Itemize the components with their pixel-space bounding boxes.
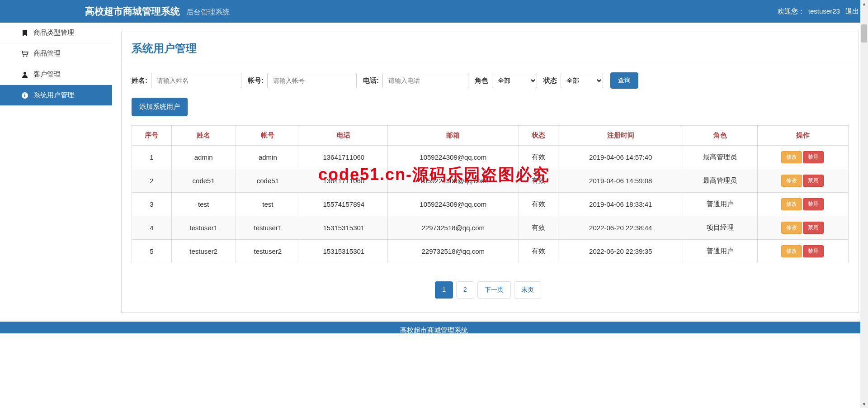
- disable-button[interactable]: 禁用: [803, 222, 824, 234]
- table-cell-account: test: [236, 193, 300, 216]
- sidebar-item-label: 系统用户管理: [33, 91, 74, 100]
- svg-point-0: [23, 55, 24, 57]
- phone-input[interactable]: [382, 73, 468, 88]
- table-cell-phone: 13641711060: [300, 146, 387, 169]
- table-cell-idx: 3: [132, 193, 172, 216]
- scroll-thumb[interactable]: [861, 24, 867, 43]
- page-next[interactable]: 下一页: [477, 281, 511, 299]
- add-user-button[interactable]: 添加系统用户: [132, 98, 188, 116]
- brand-main: 高校超市商城管理系统: [85, 5, 180, 18]
- table-header: 姓名: [171, 126, 236, 146]
- edit-button[interactable]: 修改: [781, 222, 802, 234]
- phone-label: 电话:: [363, 76, 379, 85]
- sidebar-item-label: 商品管理: [33, 49, 61, 58]
- scroll-up-icon[interactable]: ▲: [860, 0, 868, 8]
- table-row: 2code51code51136417110601059224309@qq.co…: [132, 169, 849, 193]
- table-cell-email: 1059224309@qq.com: [387, 169, 519, 193]
- sidebar-item-product[interactable]: 商品管理: [0, 43, 112, 64]
- edit-button[interactable]: 修改: [781, 151, 802, 163]
- table-cell-role: 项目经理: [683, 216, 757, 240]
- account-input[interactable]: [267, 73, 357, 88]
- sidebar-item-label: 客户管理: [33, 70, 61, 79]
- disable-button[interactable]: 禁用: [803, 175, 824, 187]
- logout-link[interactable]: 退出: [845, 7, 859, 15]
- pagination: 1 2 下一页 末页: [122, 281, 859, 299]
- sidebar-item-system-user[interactable]: 系统用户管理: [0, 85, 112, 106]
- table-cell-name: testuser2: [171, 240, 236, 263]
- table-cell-status: 有效: [519, 240, 558, 263]
- table-cell-regtime: 2019-04-06 14:57:40: [558, 146, 683, 169]
- table-cell-idx: 4: [132, 216, 172, 240]
- table-cell-name: test: [171, 193, 236, 216]
- current-username: testuser23: [808, 7, 840, 15]
- svg-rect-4: [24, 95, 25, 97]
- table-cell-account: code51: [236, 169, 300, 193]
- table-cell-idx: 2: [132, 169, 172, 193]
- edit-button[interactable]: 修改: [781, 245, 802, 257]
- table-header: 帐号: [236, 126, 300, 146]
- table-cell-account: admin: [236, 146, 300, 169]
- table-header: 注册时间: [558, 126, 683, 146]
- table-header: 序号: [132, 126, 172, 146]
- info-icon: [21, 92, 29, 99]
- sidebar-item-customer[interactable]: 客户管理: [0, 64, 112, 85]
- svg-rect-5: [24, 94, 25, 95]
- edit-button[interactable]: 修改: [781, 198, 802, 210]
- table-cell-email: 229732518@qq.com: [387, 216, 519, 240]
- account-label: 帐号:: [248, 76, 264, 85]
- role-select[interactable]: 全部: [492, 73, 537, 88]
- footer-text: 高校超市商城管理系统: [400, 326, 468, 333]
- sidebar-item-label: 商品类型管理: [33, 28, 74, 37]
- edit-button[interactable]: 修改: [781, 175, 802, 187]
- query-button[interactable]: 查询: [610, 72, 638, 89]
- welcome-label: 欢迎您：: [778, 7, 805, 15]
- disable-button[interactable]: 禁用: [803, 198, 824, 210]
- table-cell-account: testuser1: [236, 216, 300, 240]
- bookmark-icon: [21, 30, 29, 36]
- table-cell-regtime: 2019-04-06 18:33:41: [558, 193, 683, 216]
- page-2[interactable]: 2: [456, 281, 474, 299]
- sidebar-item-product-type[interactable]: 商品类型管理: [0, 23, 112, 43]
- table-row: 4testuser1testuser115315315301229732518@…: [132, 216, 849, 240]
- table-cell-phone: 15315315301: [300, 216, 387, 240]
- table-cell-role: 普通用户: [683, 240, 757, 263]
- table-cell-status: 有效: [519, 146, 558, 169]
- status-select[interactable]: 全部: [561, 73, 603, 88]
- table-row: 1adminadmin136417110601059224309@qq.com有…: [132, 146, 849, 169]
- table-cell-ops: 修改禁用: [757, 240, 848, 263]
- disable-button[interactable]: 禁用: [803, 245, 824, 257]
- name-label: 姓名:: [132, 76, 147, 85]
- table-cell-email: 1059224309@qq.com: [387, 193, 519, 216]
- svg-point-2: [24, 72, 26, 75]
- disable-button[interactable]: 禁用: [803, 151, 824, 163]
- table-cell-role: 普通用户: [683, 193, 757, 216]
- cart-icon: [21, 51, 29, 57]
- table-row: 3testtest155741578941059224309@qq.com有效2…: [132, 193, 849, 216]
- scrollbar[interactable]: ▲ ▼: [860, 0, 868, 333]
- table-cell-idx: 5: [132, 240, 172, 263]
- table-cell-regtime: 2022-06-20 22:38:44: [558, 216, 683, 240]
- table-cell-phone: 13641711060: [300, 169, 387, 193]
- table-cell-idx: 1: [132, 146, 172, 169]
- table-cell-status: 有效: [519, 193, 558, 216]
- table-cell-name: testuser1: [171, 216, 236, 240]
- page-last[interactable]: 末页: [514, 281, 541, 299]
- table-cell-regtime: 2022-06-20 22:39:35: [558, 240, 683, 263]
- status-label: 状态: [543, 76, 557, 85]
- filter-bar: 姓名: 帐号: 电话: 角色 全部 状态 全部 查询: [122, 72, 859, 89]
- table-cell-regtime: 2019-04-06 14:59:08: [558, 169, 683, 193]
- table-cell-ops: 修改禁用: [757, 146, 848, 169]
- svg-point-1: [26, 55, 28, 57]
- footer: 高校超市商城管理系统: [0, 322, 868, 333]
- table-cell-email: 229732518@qq.com: [387, 240, 519, 263]
- table-cell-role: 最高管理员: [683, 169, 757, 193]
- page-1[interactable]: 1: [435, 281, 453, 299]
- table-cell-phone: 15315315301: [300, 240, 387, 263]
- table-cell-role: 最高管理员: [683, 146, 757, 169]
- table-cell-email: 1059224309@qq.com: [387, 146, 519, 169]
- name-input[interactable]: [151, 73, 241, 88]
- top-navbar: 高校超市商城管理系统 后台管理系统 欢迎您： testuser23 退出: [0, 0, 868, 23]
- table-cell-ops: 修改禁用: [757, 169, 848, 193]
- user-icon: [21, 71, 29, 78]
- table-cell-status: 有效: [519, 169, 558, 193]
